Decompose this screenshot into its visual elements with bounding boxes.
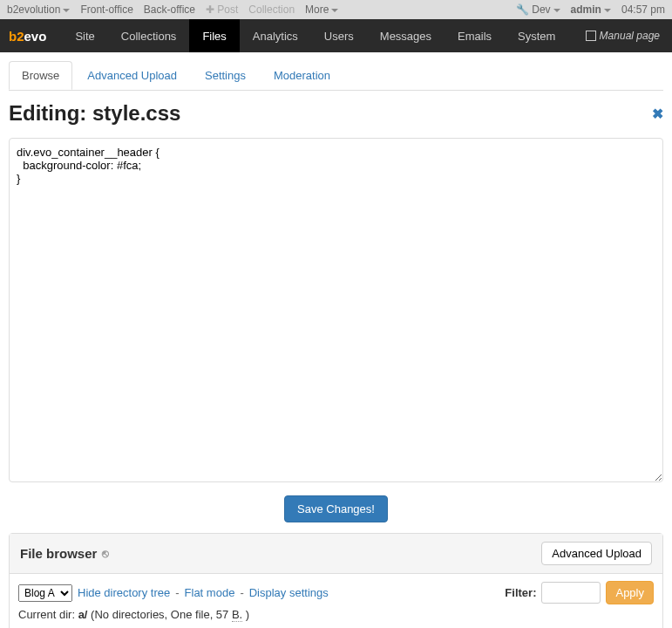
tab-browse[interactable]: Browse <box>9 61 72 90</box>
close-icon[interactable]: ✖ <box>652 106 663 122</box>
brand-menu[interactable]: b2evolution <box>7 3 70 16</box>
advanced-upload-button[interactable]: Advanced Upload <box>541 542 652 565</box>
blog-select[interactable]: Blog A <box>18 584 72 602</box>
filter-label: Filter: <box>505 586 536 599</box>
page-title: Editing: style.css <box>9 101 180 126</box>
filter-input[interactable] <box>541 582 601 604</box>
file-browser-title: File browser <box>20 546 97 561</box>
back-office-link[interactable]: Back-office <box>144 3 195 16</box>
save-button[interactable]: Save Changes! <box>284 495 388 522</box>
book-icon <box>586 31 596 41</box>
hide-tree-link[interactable]: Hide directory tree <box>78 586 170 599</box>
nav-emails[interactable]: Emails <box>445 19 505 52</box>
new-post-link[interactable]: ✚ Post <box>206 3 238 16</box>
collection-link[interactable]: Collection <box>248 3 295 16</box>
more-menu[interactable]: More <box>305 3 338 16</box>
manual-page-link[interactable]: Manual page <box>586 19 672 52</box>
nav-messages[interactable]: Messages <box>367 19 445 52</box>
tab-moderation[interactable]: Moderation <box>261 61 343 90</box>
current-dir: Current dir: a/ (No directories, One fil… <box>18 608 654 621</box>
file-content-editor[interactable] <box>9 138 663 482</box>
nav-site[interactable]: Site <box>62 19 107 52</box>
logo[interactable]: b2evo <box>9 19 62 52</box>
display-settings-link[interactable]: Display settings <box>249 586 329 599</box>
sub-tabs: Browse Advanced Upload Settings Moderati… <box>9 61 663 91</box>
nav-files[interactable]: Files <box>189 19 239 52</box>
tab-advanced-upload[interactable]: Advanced Upload <box>74 61 190 90</box>
user-menu[interactable]: admin <box>571 3 611 16</box>
tab-settings[interactable]: Settings <box>192 61 259 90</box>
main-nav: b2evo Site Collections Files Analytics U… <box>0 19 672 52</box>
system-bar: b2evolution Front-office Back-office ✚ P… <box>0 0 672 19</box>
dev-menu[interactable]: 🔧 Dev <box>516 3 560 16</box>
nav-users[interactable]: Users <box>311 19 367 52</box>
front-office-link[interactable]: Front-office <box>80 3 132 16</box>
nav-analytics[interactable]: Analytics <box>240 19 311 52</box>
break-icon: ⎋ <box>102 547 109 560</box>
nav-collections[interactable]: Collections <box>108 19 190 52</box>
apply-filter-button[interactable]: Apply <box>606 581 654 604</box>
clock-time: 04:57 pm <box>621 3 665 16</box>
flat-mode-link[interactable]: Flat mode <box>185 586 235 599</box>
file-browser-panel: File browser ⎋ Advanced Upload Blog A Hi… <box>9 533 663 628</box>
nav-system[interactable]: System <box>505 19 568 52</box>
